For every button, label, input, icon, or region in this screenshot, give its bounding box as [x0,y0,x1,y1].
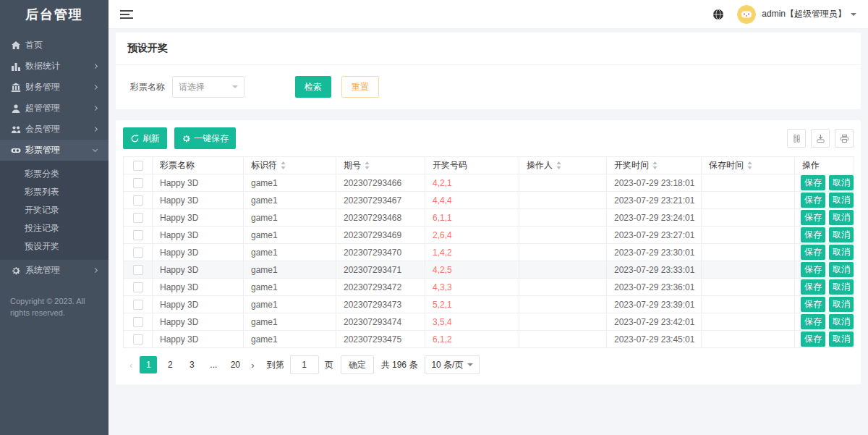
row-save-button[interactable]: 保存 [801,297,825,312]
row-checkbox[interactable] [133,195,143,206]
cell-actions: 保存取消 [795,261,854,279]
row-cancel-button[interactable]: 取消 [829,297,854,312]
sidebar-item-system[interactable]: 系统管理 [0,260,109,281]
cell-lottery-name: Happy 3D [153,296,244,313]
row-cancel-button[interactable]: 取消 [829,227,854,242]
sort-icon[interactable] [281,161,286,169]
page-content: 预设开奖 彩票名称 请选择 检索 重置 刷新 [109,29,868,435]
sort-icon[interactable] [652,161,658,169]
sort-icon[interactable] [747,161,752,169]
globe-icon[interactable] [712,9,724,20]
sort-icon[interactable] [365,161,370,169]
row-save-button[interactable]: 保存 [801,210,825,225]
row-checkbox[interactable] [133,265,143,275]
chevron-down-icon [93,147,98,152]
select-all-checkbox[interactable] [133,161,143,171]
sidebar-item-members[interactable]: 会员管理 [0,119,109,140]
row-cancel-button[interactable]: 取消 [829,210,854,225]
sidebar-subitem-lottery-category[interactable]: 彩票分类 [0,165,109,183]
row-checkbox[interactable] [133,334,143,345]
sidebar-item-statistics[interactable]: 数据统计 [0,56,109,77]
row-checkbox[interactable] [133,178,143,188]
save-all-button[interactable]: 一键保存 [174,127,236,149]
filter-columns-button[interactable] [787,129,806,148]
app-window: 后台管理 首页 数据统计 财务管理 [0,0,868,435]
goto-page-input[interactable] [290,355,319,374]
row-save-button[interactable]: 保存 [801,193,825,208]
sidebar-item-superadmin[interactable]: 超管管理 [0,98,109,119]
sidebar-subitem-bet-records[interactable]: 投注记录 [0,219,109,237]
cell-identifier: game1 [244,296,336,313]
search-button[interactable]: 检索 [295,76,331,98]
col-issue: 期号 [336,157,425,174]
sidebar-subitem-lottery-list[interactable]: 彩票列表 [0,183,109,201]
row-save-button[interactable]: 保存 [801,262,825,277]
row-save-button[interactable]: 保存 [801,175,825,190]
row-save-button[interactable]: 保存 [801,245,825,260]
bank-icon [11,83,21,93]
avatar[interactable] [737,5,756,24]
cell-actions: 保存取消 [795,174,854,192]
cell-actions: 保存取消 [795,331,854,348]
sidebar-item-home[interactable]: 首页 [0,35,109,56]
row-checkbox[interactable] [133,230,143,240]
sidebar-subitem-preset-draw[interactable]: 预设开奖 [0,237,109,255]
page-button[interactable]: 2 [161,356,179,373]
cell-operator [519,192,607,209]
cell-operator [519,174,607,192]
refresh-button[interactable]: 刷新 [123,127,167,149]
sidebar-item-label: 数据统计 [25,60,60,72]
cell-issue: 202307293474 [336,313,425,331]
next-page-button[interactable]: › [246,360,259,371]
cell-lottery-name: Happy 3D [153,313,244,331]
current-user[interactable]: admin【超级管理员】 [762,8,846,20]
print-button[interactable] [835,129,854,148]
page-button[interactable]: 1 [140,356,157,373]
table-row: Happy 3Dgame12023072934735,2,12023-07-29… [124,296,854,313]
hamburger-menu-icon[interactable] [120,8,133,21]
sidebar-item-finance[interactable]: 财务管理 [0,77,109,98]
export-button[interactable] [811,129,830,148]
row-save-button[interactable]: 保存 [801,279,825,295]
sidebar-item-lottery[interactable]: 彩票管理 [0,140,109,161]
sort-icon[interactable] [556,161,561,169]
page-button[interactable]: 3 [183,356,200,373]
row-checkbox[interactable] [133,317,143,327]
cell-draw-numbers: 5,2,1 [425,296,519,313]
row-save-button[interactable]: 保存 [801,227,825,242]
table-row: Happy 3Dgame12023072934724,3,32023-07-29… [124,279,854,296]
per-page-select[interactable]: 10 条/页 [425,355,480,374]
goto-confirm-button[interactable]: 确定 [341,355,374,374]
cell-save-time [702,209,795,227]
row-checkbox[interactable] [133,300,143,310]
row-cancel-button[interactable]: 取消 [829,245,854,260]
row-cancel-button[interactable]: 取消 [829,262,854,277]
table-row: Happy 3Dgame12023072934756,1,22023-07-29… [124,331,854,348]
row-cancel-button[interactable]: 取消 [829,193,854,208]
cell-draw-time: 2023-07-29 23:33:01 [607,261,702,279]
col-actions: 操作 [795,157,854,174]
sidebar-item-label: 财务管理 [25,81,60,93]
sidebar-subitem-draw-records[interactable]: 开奖记录 [0,201,109,219]
row-save-button[interactable]: 保存 [801,331,825,347]
cell-draw-numbers: 4,2,1 [425,174,519,192]
reset-button[interactable]: 重置 [341,76,379,98]
prev-page-button[interactable]: ‹ [124,360,137,371]
row-cancel-button[interactable]: 取消 [829,314,854,329]
user-dropdown-caret-icon[interactable] [851,13,856,16]
filter-row: 彩票名称 请选择 检索 重置 [116,65,861,109]
cell-issue: 202307293466 [336,174,425,192]
row-cancel-button[interactable]: 取消 [829,331,854,347]
cell-operator [519,313,607,331]
page-button[interactable]: 20 [226,356,244,373]
cell-lottery-name: Happy 3D [153,192,244,209]
row-checkbox[interactable] [133,213,143,223]
row-cancel-button[interactable]: 取消 [829,279,854,295]
row-checkbox[interactable] [133,282,143,292]
row-cancel-button[interactable]: 取消 [829,175,854,190]
cell-actions: 保存取消 [795,192,854,209]
table-row: Happy 3Dgame12023072934743,5,42023-07-29… [124,313,854,331]
lottery-name-select[interactable]: 请选择 [172,76,244,98]
row-save-button[interactable]: 保存 [801,314,825,329]
row-checkbox[interactable] [133,248,143,258]
